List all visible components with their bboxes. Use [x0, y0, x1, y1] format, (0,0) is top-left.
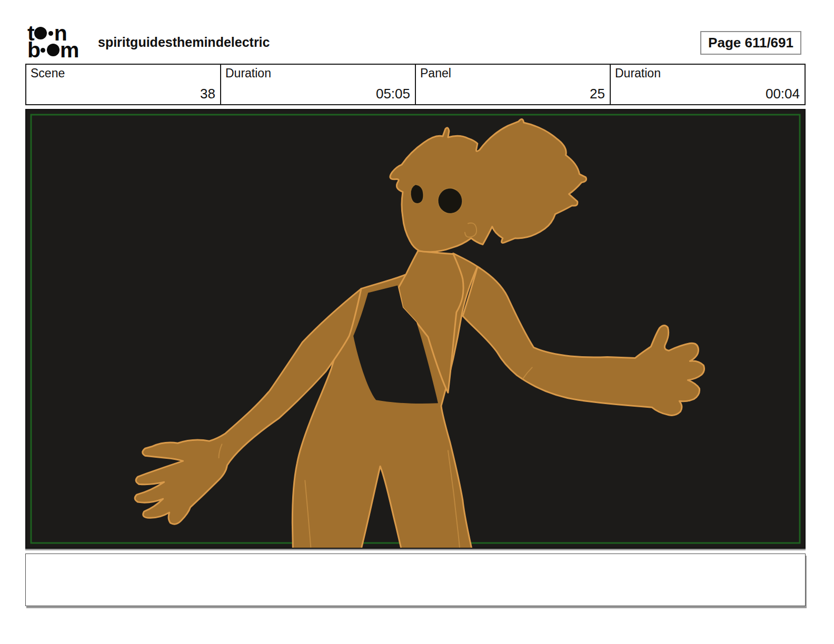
storyboard-page: t n b m spiritguidesthemindelectric Page… [0, 0, 834, 644]
panel-duration-label: Duration [615, 66, 661, 80]
panel-duration-cell: Duration 00:04 [611, 65, 805, 104]
panel-info-row: Scene 38 Duration 05:05 Panel 25 Duratio… [25, 64, 806, 105]
figure-right-arm [463, 267, 704, 416]
logo-letter-b: b [27, 42, 39, 58]
panel-drawing [26, 110, 805, 548]
figure-left-eye [411, 185, 423, 204]
panel-cell: Panel 25 [416, 65, 611, 104]
scene-duration-value: 05:05 [376, 86, 410, 102]
logo-small-dot-icon [48, 31, 53, 36]
storyboard-panel-image [25, 109, 806, 549]
scene-label: Scene [31, 66, 65, 80]
caption-box [25, 554, 806, 606]
scene-duration-cell: Duration 05:05 [221, 65, 416, 104]
panel-value: 25 [590, 86, 605, 102]
panel-duration-value: 00:04 [766, 86, 800, 102]
scene-value: 38 [200, 86, 215, 102]
panel-label: Panel [420, 66, 451, 80]
scene-duration-label: Duration [225, 66, 271, 80]
logo-small-dot-icon [41, 48, 45, 53]
figure-head-hair [390, 119, 587, 251]
project-title: spiritguidesthemindelectric [98, 35, 270, 50]
logo-letter-m: m [60, 42, 78, 58]
page-number-badge: Page 611/691 [700, 31, 801, 55]
scene-cell: Scene 38 [26, 65, 221, 104]
logo-line-2: b m [27, 42, 96, 58]
logo-big-dot-icon [47, 44, 59, 56]
toonboom-logo: t n b m [27, 25, 96, 58]
